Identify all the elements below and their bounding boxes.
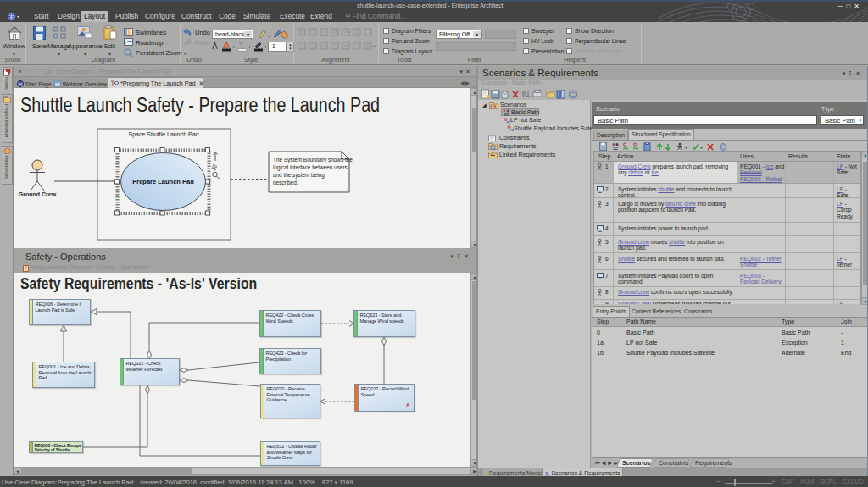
svg-text:Prepare Launch Pad: Prepare Launch Pad <box>132 178 194 185</box>
svg-text:Ground Crew: Ground Crew <box>19 191 57 197</box>
svg-text:and the system being: and the system being <box>273 172 325 179</box>
svg-text:described.: described. <box>273 180 298 185</box>
svg-text:Space Shuttle Launch Pad: Space Shuttle Launch Pad <box>129 131 199 138</box>
svg-text:logical interface between user: logical interface between users <box>273 164 348 171</box>
svg-text:The System Boundary shows the: The System Boundary shows the <box>273 157 353 163</box>
